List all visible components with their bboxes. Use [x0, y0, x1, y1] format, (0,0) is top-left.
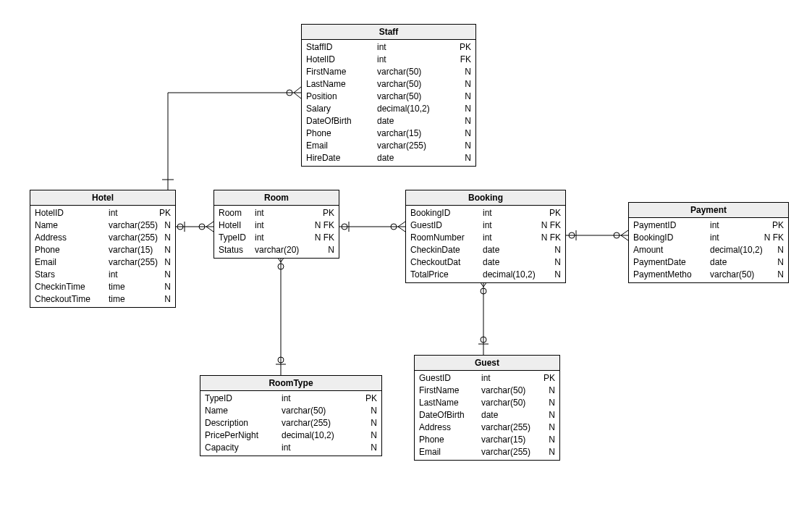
column-type: varchar(15) — [104, 245, 160, 256]
column-name: DateOfBirth — [306, 116, 373, 127]
column-type: int — [706, 232, 760, 243]
svg-line-22 — [621, 230, 628, 235]
column-key: FK — [456, 54, 471, 65]
column-key: N FK — [310, 232, 334, 243]
column-type: varchar(255) — [373, 140, 460, 151]
column-name: PaymentMetho — [633, 269, 706, 280]
column-row: GuestIDintN FK — [406, 219, 565, 232]
column-row: TypeIDintPK — [200, 393, 381, 405]
column-name: BookingID — [633, 232, 706, 243]
column-key: N — [160, 294, 171, 305]
entity-title: RoomType — [200, 376, 381, 391]
column-type: varchar(255) — [477, 422, 544, 433]
column-row: Emailvarchar(255)N — [302, 140, 475, 152]
column-type: decimal(10,2) — [373, 104, 460, 114]
column-key: PK — [545, 208, 561, 219]
column-name: Phone — [35, 245, 104, 256]
column-key: N — [366, 442, 377, 453]
column-key: N — [460, 91, 471, 102]
column-name: Amount — [633, 245, 706, 256]
svg-line-16 — [398, 222, 405, 227]
column-key: N FK — [310, 220, 334, 231]
column-key: N — [366, 430, 377, 441]
column-name: LastName — [419, 398, 477, 408]
column-row: HotelIintN FK — [214, 219, 339, 232]
column-type: varchar(50) — [373, 91, 460, 102]
column-type: varchar(50) — [477, 398, 544, 408]
column-key: N — [160, 220, 171, 231]
column-row: PaymentDatedateN — [629, 256, 788, 269]
column-name: TotalPrice — [410, 269, 478, 280]
column-key: N — [460, 79, 471, 90]
column-type: decimal(10,2) — [277, 430, 366, 441]
column-key: N — [160, 269, 171, 280]
column-type: date — [373, 116, 460, 127]
column-name: LastName — [306, 79, 373, 90]
rel-roomtype-room — [276, 255, 286, 375]
column-name: Address — [419, 422, 477, 433]
column-type: varchar(50) — [706, 269, 773, 280]
column-type: varchar(255) — [104, 220, 160, 231]
column-name: Email — [35, 257, 104, 268]
column-type: int — [373, 54, 456, 65]
column-row: LastNamevarchar(50)N — [302, 78, 475, 91]
column-name: FirstName — [306, 67, 373, 77]
column-type: varchar(50) — [277, 406, 366, 416]
column-type: int — [706, 220, 768, 231]
column-name: CheckoutTime — [35, 294, 104, 305]
entity-booking: BookingBookingIDintPKGuestIDintN FKRoomN… — [405, 190, 566, 283]
column-row: Emailvarchar(255)N — [30, 256, 175, 269]
column-key: N — [544, 385, 555, 396]
column-name: GuestID — [419, 373, 477, 384]
column-key: N — [366, 418, 377, 429]
column-row: Phonevarchar(15)N — [30, 244, 175, 256]
column-row: Phonevarchar(15)N — [302, 127, 475, 140]
column-key: N — [160, 245, 171, 256]
column-key: N — [366, 406, 377, 416]
column-row: Phonevarchar(15)N — [415, 434, 559, 446]
column-row: BookingIDintN FK — [629, 232, 788, 244]
column-type: varchar(50) — [477, 385, 544, 396]
column-type: varchar(20) — [250, 245, 323, 256]
column-key: N — [773, 257, 784, 268]
column-row: LastNamevarchar(50)N — [415, 397, 559, 409]
column-row: Namevarchar(50)N — [200, 405, 381, 417]
column-name: PaymentID — [633, 220, 706, 231]
column-row: RoomintPK — [214, 207, 339, 219]
svg-point-20 — [569, 232, 575, 238]
rel-booking-payment — [564, 230, 628, 240]
column-row: HotelIDintFK — [302, 54, 475, 66]
column-key: N — [544, 398, 555, 408]
column-type: time — [104, 282, 160, 293]
entity-title: Hotel — [30, 190, 175, 206]
column-name: TypeID — [205, 393, 277, 404]
column-key: N — [544, 447, 555, 458]
entity-title: Staff — [302, 25, 475, 40]
rel-room-booking — [338, 222, 405, 232]
column-type: int — [477, 373, 539, 384]
column-type: int — [250, 208, 318, 219]
column-type: varchar(255) — [277, 418, 366, 429]
column-row: PaymentMethovarchar(50)N — [629, 269, 788, 281]
column-type: int — [478, 220, 537, 231]
svg-point-8 — [177, 224, 183, 230]
column-row: PricePerNightdecimal(10,2)N — [200, 429, 381, 442]
entity-title: Room — [214, 190, 339, 206]
column-name: CheckinDate — [410, 245, 478, 256]
column-row: CapacityintN — [200, 442, 381, 454]
column-type: varchar(255) — [477, 447, 544, 458]
entity-room: RoomRoomintPKHotelIintN FKTypeIDintN FKS… — [213, 190, 339, 259]
column-key: N — [160, 282, 171, 293]
column-type: int — [478, 232, 537, 243]
column-row: FirstNamevarchar(50)N — [302, 66, 475, 78]
column-row: Salarydecimal(10,2)N — [302, 103, 475, 115]
column-row: CheckoutTimetimeN — [30, 293, 175, 306]
column-name: StaffID — [306, 42, 373, 53]
column-type: varchar(50) — [373, 79, 460, 90]
column-row: Amountdecimal(10,2)N — [629, 244, 788, 256]
column-row: CheckoutDatdateN — [406, 256, 565, 269]
column-row: CheckinDatedateN — [406, 244, 565, 256]
column-type: int — [250, 220, 310, 231]
column-type: varchar(255) — [104, 232, 160, 243]
entity-columns: TypeIDintPKNamevarchar(50)NDescriptionva… — [200, 391, 381, 456]
